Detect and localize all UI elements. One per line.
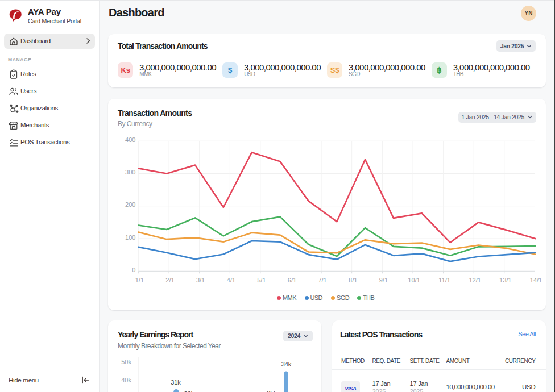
svg-text:300: 300 [125,169,135,176]
svg-text:1/1: 1/1 [135,277,144,283]
svg-text:0: 0 [132,266,135,273]
svg-text:12/1: 12/1 [469,277,481,283]
svg-text:14/1: 14/1 [530,277,542,283]
svg-text:6/1: 6/1 [288,277,296,283]
svg-text:100: 100 [125,234,135,241]
svg-text:25k: 25k [267,390,277,392]
svg-text:200: 200 [125,201,135,208]
svg-text:11/1: 11/1 [438,277,450,283]
svg-text:5/1: 5/1 [257,277,266,283]
svg-text:10/1: 10/1 [408,277,420,283]
svg-text:50k: 50k [121,358,131,365]
svg-text:7/1: 7/1 [318,277,326,283]
svg-text:13/1: 13/1 [499,277,511,283]
svg-text:400: 400 [125,136,135,143]
svg-text:34k: 34k [281,361,292,368]
svg-text:4/1: 4/1 [227,277,235,283]
svg-text:31k: 31k [171,379,181,386]
svg-text:8/1: 8/1 [349,277,357,283]
svg-text:9/1: 9/1 [379,277,388,283]
svg-text:3/1: 3/1 [196,277,205,283]
svg-text:2/1: 2/1 [165,277,174,283]
svg-text:40k: 40k [121,377,131,383]
